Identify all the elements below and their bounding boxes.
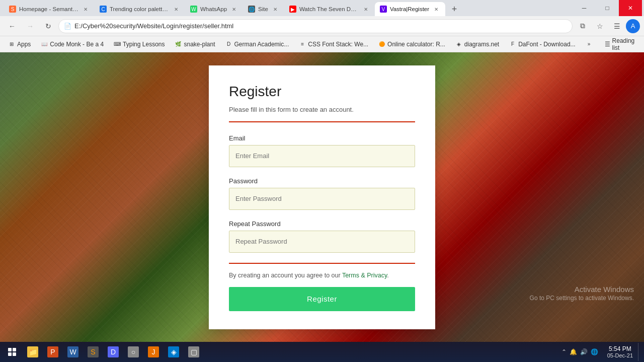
nav-right-icons: ⧉ ☆ ☰ A (575, 18, 640, 34)
protocol-icon: 📄 (64, 23, 71, 30)
terms-link[interactable]: Terms & Privacy (342, 272, 387, 279)
bookmark-bm-typing[interactable]: ⌨Typing Lessons (110, 38, 169, 50)
tab-favicon: 🌐 (248, 6, 255, 13)
register-button[interactable]: Register (229, 287, 415, 311)
bookmarks-more: ☰ Reading list (601, 38, 640, 50)
tab-tab-5[interactable]: ▶ Watch The Seven Dead... ✕ (284, 2, 375, 16)
window-controls: ─ □ ✕ (573, 0, 644, 16)
taskbar: 📁PWSD○J◈▢ ⌃ 🔔 🔊 🌐 5:54 PM 05-Dec-21 (0, 342, 644, 362)
extensions-button[interactable]: ⧉ (575, 18, 591, 34)
forward-button[interactable]: → (22, 18, 38, 34)
favorites-button[interactable]: ☆ (592, 18, 608, 34)
tab-tab-6[interactable]: V Vastra|Register ✕ (375, 2, 445, 16)
bookmark-favicon: 🌿 (175, 41, 182, 48)
tab-label: Vastra|Register (390, 6, 429, 12)
taskbar-app-app-discord[interactable]: D (104, 343, 123, 361)
bookmark-favicon: D (225, 41, 232, 48)
title-bar: S Homepage - Semantic... ✕ C Trending co… (0, 0, 644, 16)
bookmark-favicon: » (586, 41, 593, 48)
divider-top (229, 121, 415, 122)
email-group: Email (229, 134, 415, 167)
bookmark-label: CSS Font Stack: We... (308, 41, 368, 48)
password-group: Password (229, 177, 415, 210)
tab-label: Trending color palettes... (110, 6, 169, 12)
terms-paragraph: By creating an account you agree to our … (229, 272, 415, 279)
show-desktop-button[interactable] (638, 343, 642, 361)
bookmark-bm-diagrams[interactable]: ◈diagrams.net (451, 38, 503, 50)
tab-close-icon[interactable]: ✕ (172, 5, 180, 13)
tab-label: WhatsApp (200, 6, 227, 12)
close-button[interactable]: ✕ (619, 0, 642, 16)
bookmark-bm-codemonk[interactable]: 📖Code Monk - Be a 4 (37, 38, 108, 50)
tab-favicon: W (190, 6, 197, 13)
minimize-button[interactable]: ─ (573, 0, 596, 16)
bookmark-favicon: ⌨ (114, 41, 121, 48)
clock-date: 05-Dec-21 (607, 352, 633, 358)
taskbar-icon-app-unknown: ○ (128, 346, 139, 357)
tab-tab-4[interactable]: 🌐 Site ✕ (243, 2, 284, 16)
terms-text-before: By creating an account you agree to our (229, 272, 342, 279)
bookmarks-bar: ⊞Apps📖Code Monk - Be a 4⌨Typing Lessons🌿… (0, 36, 644, 52)
bookmark-favicon: 📖 (41, 41, 48, 48)
maximize-button[interactable]: □ (596, 0, 619, 16)
start-button[interactable] (2, 343, 22, 361)
bookmark-bm-apps[interactable]: ⊞Apps (4, 38, 35, 50)
profile-button[interactable]: A (626, 19, 640, 33)
taskbar-icon-app-vscode: ◈ (168, 346, 179, 357)
tab-close-icon[interactable]: ✕ (271, 5, 279, 13)
bookmark-bm-calculator[interactable]: 🟠Online calculator: R... (374, 38, 449, 50)
terms-text-after: . (387, 272, 388, 279)
tab-favicon: ▶ (289, 6, 296, 13)
systray-caret-icon: ⌃ (561, 348, 567, 355)
reading-list-button[interactable]: ☰ Reading list (601, 38, 640, 50)
bookmark-bm-german[interactable]: DGerman Academic... (221, 38, 293, 50)
repeat-password-input[interactable] (229, 231, 415, 253)
bookmark-bm-css[interactable]: ≡CSS Font Stack: We... (295, 38, 372, 50)
tab-label: Watch The Seven Dead... (299, 6, 359, 12)
collections-button[interactable]: ☰ (609, 18, 625, 34)
tab-close-icon[interactable]: ✕ (432, 5, 440, 13)
taskbar-app-app-vscode[interactable]: ◈ (164, 343, 183, 361)
tab-close-icon[interactable]: ✕ (362, 5, 370, 13)
new-tab-button[interactable]: + (447, 2, 461, 16)
taskbar-app-app-file[interactable]: ▢ (184, 343, 203, 361)
taskbar-app-app-unknown[interactable]: ○ (124, 343, 143, 361)
email-input[interactable] (229, 145, 415, 167)
tab-tab-1[interactable]: S Homepage - Semantic... ✕ (4, 2, 95, 16)
bookmark-favicon: ⊞ (8, 41, 15, 48)
password-label: Password (229, 177, 415, 185)
clock-time: 5:54 PM (609, 345, 631, 352)
systray-network-icon: 🌐 (591, 348, 598, 355)
bookmark-bm-more[interactable]: » (582, 38, 599, 50)
tab-favicon: S (9, 6, 16, 13)
tab-favicon: V (380, 6, 387, 13)
taskbar-app-app-ppt[interactable]: P (43, 343, 62, 361)
taskbar-icon-app-discord: D (108, 346, 119, 357)
bookmark-label: German Academic... (234, 41, 289, 48)
address-bar[interactable]: 📄 E:/Cyber%20security/Website/Login/regi… (58, 19, 573, 33)
tab-tab-2[interactable]: C Trending color palettes... ✕ (95, 2, 185, 16)
tab-tab-3[interactable]: W WhatsApp ✕ (185, 2, 243, 16)
reading-list-label: Reading list (612, 37, 636, 51)
taskbar-app-app-explorer[interactable]: 📁 (23, 343, 42, 361)
refresh-button[interactable]: ↻ (40, 18, 56, 34)
taskbar-app-app-word[interactable]: W (63, 343, 83, 361)
bookmark-bm-dafont[interactable]: FDaFont - Download... (505, 38, 579, 50)
taskbar-app-app-sublime[interactable]: S (84, 343, 103, 361)
reading-list-icon: ☰ (605, 41, 610, 48)
back-button[interactable]: ← (4, 18, 20, 34)
taskbar-icon-app-explorer: 📁 (27, 346, 38, 357)
bookmark-favicon: ◈ (455, 41, 462, 48)
tab-label: Site (258, 6, 268, 12)
tab-close-icon[interactable]: ✕ (82, 5, 90, 13)
page-content: Activate Windows Go to PC settings to ac… (0, 52, 644, 342)
bookmark-bm-snake[interactable]: 🌿snake-plant (171, 38, 219, 50)
taskbar-app-app-java[interactable]: J (144, 343, 163, 361)
taskbar-systray[interactable]: ⌃ 🔔 🔊 🌐 (557, 343, 602, 361)
tab-favicon: C (100, 6, 107, 13)
tab-close-icon[interactable]: ✕ (230, 5, 238, 13)
bookmark-favicon: ≡ (299, 41, 306, 48)
taskbar-icon-app-sublime: S (88, 346, 99, 357)
password-input[interactable] (229, 188, 415, 210)
taskbar-clock[interactable]: 5:54 PM 05-Dec-21 (603, 343, 637, 361)
